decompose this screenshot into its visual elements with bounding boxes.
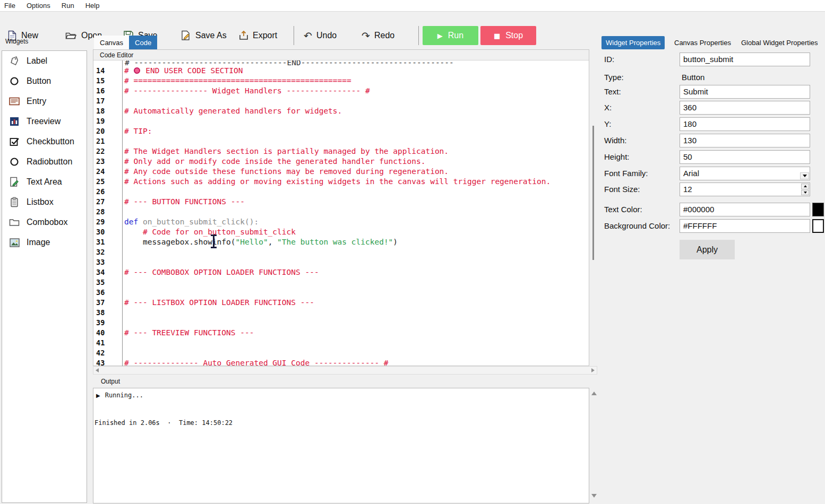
code-line[interactable]: 16# ---------------- Widget Handlers ---…: [93, 86, 589, 96]
text-color-swatch[interactable]: [812, 203, 824, 216]
code-line[interactable]: 25# Actions such as adding or moving exi…: [93, 177, 589, 187]
code-line[interactable]: 21: [93, 136, 589, 146]
font-size-field[interactable]: 12: [680, 183, 810, 196]
text-color-field[interactable]: #000000: [680, 203, 810, 216]
spin-up-icon[interactable]: [801, 184, 809, 189]
code-line[interactable]: 20# TIP:: [93, 126, 589, 136]
sidebar-item-text: Label: [27, 56, 47, 66]
code-line[interactable]: 26: [93, 187, 589, 197]
code-line[interactable]: # ---------------------------------END--…: [93, 60, 589, 66]
code-line[interactable]: 22# The Widget Handlers section is parti…: [93, 146, 589, 157]
image-icon: [8, 238, 20, 247]
sidebar-item-image[interactable]: Image: [2, 232, 87, 253]
menu-item-help[interactable]: Help: [85, 2, 100, 10]
toolbar: NewOpenSaveSave AsExport↶Undo↷Redo▶Run■S…: [0, 12, 825, 35]
code-line-text: # ---------------- Widget Handlers -----…: [122, 86, 370, 96]
save-as-button[interactable]: Save As: [181, 28, 227, 44]
save-as-label: Save As: [195, 31, 227, 40]
code-line[interactable]: 38: [93, 308, 589, 318]
code-line-text: # Automatically generated handlers for w…: [122, 106, 342, 116]
spinner-buttons[interactable]: [801, 184, 809, 195]
code-v-scrollbar-thumb[interactable]: [592, 126, 594, 260]
dropdown-arrow-icon[interactable]: [800, 172, 809, 179]
output-scroll-down-arrow-icon[interactable]: [591, 494, 597, 498]
font-family-field[interactable]: Arial: [680, 167, 810, 180]
id-field[interactable]: button_submit: [680, 53, 810, 66]
sidebar-item-listbox[interactable]: Listbox: [2, 192, 87, 212]
line-number: 31: [93, 237, 122, 247]
export-label: Export: [253, 31, 277, 40]
height-field[interactable]: 50: [680, 150, 810, 164]
width-field[interactable]: 130: [680, 134, 810, 147]
code-line[interactable]: 36: [93, 288, 589, 298]
output-scroll-up-arrow-icon[interactable]: [591, 392, 597, 395]
code-line[interactable]: 31 messagebox.showinfo("Hello", "The but…: [93, 237, 589, 247]
menu-item-run[interactable]: Run: [62, 2, 74, 10]
code-line[interactable]: 41: [93, 338, 589, 348]
folder-icon: [8, 218, 20, 227]
menu-bar: FileOptionsRunHelp: [0, 0, 825, 12]
scroll-left-arrow-icon[interactable]: [96, 368, 99, 372]
sidebar-item-combobox[interactable]: Combobox: [2, 212, 87, 232]
line-number: 37: [93, 298, 122, 308]
stop-button[interactable]: ■Stop: [480, 26, 536, 45]
code-line[interactable]: 19: [93, 116, 589, 126]
text-field[interactable]: Submit: [680, 85, 810, 99]
code-line[interactable]: 42: [93, 348, 589, 358]
tab-global-widget-properties[interactable]: Global Widget Properties: [737, 36, 822, 49]
sidebar-item-text-area[interactable]: Text Area: [2, 172, 87, 192]
code-line[interactable]: 14# END USER CODE SECTION: [93, 66, 589, 76]
x-label: X:: [604, 101, 612, 115]
sidebar-item-entry[interactable]: Entry: [2, 91, 87, 111]
sidebar-item-checkbutton[interactable]: Checkbutton: [2, 132, 87, 152]
code-line[interactable]: 27# --- BUTTON FUNCTIONS ---: [93, 197, 589, 207]
code-line[interactable]: 43# -------------- Auto Generated GUI Co…: [93, 358, 589, 366]
code-line[interactable]: 24# Any code outside these functions may…: [93, 167, 589, 177]
code-h-scrollbar[interactable]: [93, 366, 597, 375]
undo-button[interactable]: ↶Undo: [304, 28, 337, 44]
sidebar-item-button[interactable]: Button: [2, 71, 87, 91]
export-button[interactable]: Export: [239, 28, 277, 44]
code-line[interactable]: 34# --- COMBOBOX OPTION LOADER FUNCTIONS…: [93, 267, 589, 277]
scroll-right-arrow-icon[interactable]: [591, 368, 595, 372]
code-line[interactable]: 18# Automatically generated handlers for…: [93, 106, 589, 116]
code-line[interactable]: 32: [93, 247, 589, 257]
spin-down-icon[interactable]: [801, 190, 809, 196]
tab-canvas-properties[interactable]: Canvas Properties: [670, 36, 735, 49]
redo-button[interactable]: ↷Redo: [362, 28, 394, 44]
code-line[interactable]: 28: [93, 207, 589, 217]
run-button[interactable]: ▶Run: [423, 26, 478, 45]
code-line[interactable]: 29def on_button_submit_click():: [93, 217, 589, 227]
line-number: 28: [93, 207, 122, 217]
line-number: 38: [93, 308, 122, 318]
code-line[interactable]: 30 # Code for on_button_submit_click: [93, 227, 589, 237]
code-area[interactable]: # ---------------------------------END--…: [93, 60, 589, 366]
save-as-icon: [181, 30, 191, 41]
tab-widget-properties[interactable]: Widget Properties: [601, 36, 665, 49]
code-line[interactable]: 17: [93, 96, 589, 106]
x-field[interactable]: 360: [680, 101, 810, 115]
sidebar-item-text: Listbox: [27, 197, 54, 207]
tab-code[interactable]: Code: [129, 36, 157, 49]
background-color-swatch[interactable]: [812, 219, 824, 233]
sidebar-item-text: Radiobutton: [27, 157, 72, 167]
sidebar-item-treeview[interactable]: Treeview: [2, 111, 87, 132]
line-number: 19: [93, 116, 122, 126]
menu-item-options[interactable]: Options: [27, 2, 50, 10]
y-field[interactable]: 180: [680, 117, 810, 131]
code-line[interactable]: 23# Only add or modify code inside the g…: [93, 157, 589, 167]
sidebar-item-label[interactable]: Label: [2, 51, 87, 71]
code-line[interactable]: 35: [93, 277, 589, 288]
apply-button[interactable]: Apply: [680, 240, 735, 259]
code-line[interactable]: 37# --- LISTBOX OPTION LOADER FUNCTIONS …: [93, 298, 589, 308]
tab-canvas[interactable]: Canvas: [94, 36, 129, 49]
menu-item-file[interactable]: File: [4, 2, 15, 10]
background-color-field[interactable]: #FFFFFF: [680, 219, 810, 233]
code-line[interactable]: 39: [93, 318, 589, 328]
output-line: ▶Running...: [96, 392, 143, 399]
code-line[interactable]: 33: [93, 257, 589, 267]
code-line[interactable]: 40# --- TREEVIEW FUNCTIONS ---: [93, 328, 589, 338]
sidebar-item-radiobutton[interactable]: Radiobutton: [2, 152, 87, 172]
line-number: 27: [93, 197, 122, 207]
code-line[interactable]: 15# ====================================…: [93, 76, 589, 86]
